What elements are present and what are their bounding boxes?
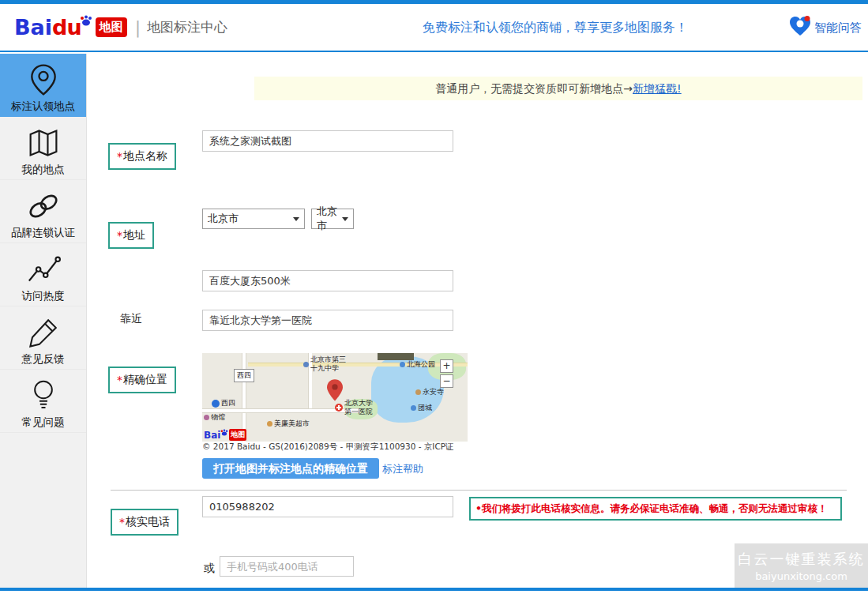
- city-select[interactable]: 北京市: [311, 209, 354, 229]
- required-mark: *: [117, 229, 122, 242]
- watermark-title: 白云一键重装系统: [735, 550, 868, 569]
- sidebar-item-brand-chain[interactable]: 品牌连锁认证: [0, 180, 86, 243]
- bottom-border: [0, 588, 868, 591]
- street-address-input[interactable]: [202, 270, 453, 291]
- baidu-map-logo[interactable]: Bai du 地图 | 地图标注中心: [14, 15, 227, 39]
- required-mark: *: [119, 516, 125, 528]
- paw-icon: [80, 14, 92, 29]
- notice-text: 普通用户，无需提交资质即可新增地点→: [435, 82, 633, 95]
- sidebar-item-label: 品牌连锁认证: [0, 226, 86, 240]
- sidebar-item-my-places[interactable]: 我的地点: [0, 117, 86, 180]
- sidebar-item-label: 意见反馈: [0, 352, 86, 367]
- page: Bai du 地图 | 地图标注中心 免费标注和认领您的商铺，尊享更多地图服务！…: [0, 0, 868, 594]
- map-zoom-control: + −: [440, 359, 453, 389]
- required-mark: *: [117, 150, 122, 163]
- sidebar-item-label: 标注认领地点: [0, 100, 86, 114]
- add-place-link[interactable]: 新增猛戳!: [633, 82, 682, 95]
- precise-location-label: 精确位置: [123, 373, 167, 387]
- metro-station-icon: [212, 400, 220, 408]
- pencil-icon: [0, 314, 86, 351]
- sidebar-item-annotate-claim[interactable]: 标注认领地点: [0, 54, 86, 117]
- lightbulb-icon: [0, 378, 86, 414]
- museum-poi-icon: [204, 415, 209, 420]
- city-selected-value: 北京市: [317, 205, 337, 233]
- sidebar-item-faq[interactable]: 常见问题: [0, 370, 86, 433]
- zoom-out-button[interactable]: −: [440, 374, 453, 388]
- map-label-museum: 物馆: [204, 413, 225, 422]
- map-copyright: © 2017 Baidu - GS(2016)2089号 - 甲测资字11009…: [202, 442, 468, 455]
- required-mark: *: [117, 374, 122, 386]
- verify-phone-input[interactable]: [202, 496, 453, 517]
- map-preview[interactable]: 西四 北京市第三十九中学 北海公园 + − 永安寺 团城 北京大学第一医院: [202, 353, 468, 442]
- poi-icon: [411, 405, 416, 411]
- sidebar-item-label: 常见问题: [0, 415, 86, 430]
- hospital-cross-icon: [335, 404, 343, 412]
- verify-phone-label: 核实电话: [126, 515, 170, 529]
- map-label-yongan-temple: 永安寺: [415, 388, 444, 397]
- logo-divider: |: [135, 17, 141, 37]
- folded-map-icon: [0, 125, 86, 161]
- heart-qa-icon: [788, 15, 814, 40]
- verify-phone-label-box: * 核实电话: [111, 509, 178, 536]
- map-label-tuancheng: 团城: [411, 404, 432, 412]
- map-label-xisi-metro: 西四: [212, 399, 235, 408]
- phone-warning-text: •我们将拨打此电话核实信息。请务必保证电话准确、畅通，否则无法通过审核！: [469, 497, 842, 521]
- place-name-label-box: * 地点名称: [108, 143, 176, 170]
- sidebar-item-label: 我的地点: [0, 163, 86, 177]
- school-poi-icon: [303, 362, 309, 367]
- chain-link-icon: [0, 188, 86, 224]
- park-poi-icon: [400, 362, 405, 367]
- chevron-down-icon: [342, 217, 348, 221]
- watermark-url: baiyunxitong.com: [735, 570, 868, 582]
- address-label-box: * 地址: [108, 222, 154, 249]
- place-name-input[interactable]: [202, 130, 453, 152]
- precise-location-label-box: * 精确位置: [108, 367, 176, 393]
- sidebar: 标注认领地点 我的地点 品牌连锁认证 访问热度 意见反馈: [0, 54, 87, 588]
- logo-text-du: du: [52, 15, 81, 39]
- site-title: 地图标注中心: [147, 18, 227, 36]
- map-street-label-shape: [378, 353, 414, 360]
- province-select[interactable]: 北京市: [202, 209, 305, 229]
- map-baidu-logo: Bai 地图: [204, 429, 246, 441]
- watermark: 白云一键重装系统 baiyunxitong.com: [735, 543, 868, 589]
- map-label-hospital: 北京大学第一医院: [335, 399, 373, 416]
- place-name-label: 地点名称: [123, 149, 167, 164]
- sidebar-item-label: 访问热度: [0, 289, 86, 303]
- map-badge: 地图: [96, 17, 127, 37]
- logo-text-bai: Bai: [14, 15, 52, 39]
- sidebar-item-visit-heat[interactable]: 访问热度: [0, 243, 86, 306]
- shop-poi-icon: [267, 421, 272, 427]
- address-label: 地址: [123, 228, 145, 242]
- zoom-in-button[interactable]: +: [440, 359, 453, 373]
- alt-phone-input[interactable]: [220, 556, 354, 577]
- map-label-beihai-park: 北海公园: [400, 360, 435, 369]
- line-chart-icon: [0, 251, 86, 288]
- chevron-down-icon: [293, 217, 299, 221]
- temple-poi-icon: [415, 389, 421, 395]
- header-promo-text: 免费标注和认领您的商铺，尊享更多地图服务！: [423, 20, 688, 36]
- near-label: 靠近: [120, 312, 142, 326]
- or-label: 或: [204, 562, 215, 576]
- notice-bar: 普通用户，无需提交资质即可新增地点→新增猛戳!: [254, 77, 862, 100]
- sidebar-item-feedback[interactable]: 意见反馈: [0, 306, 86, 370]
- paw-icon: [220, 424, 228, 439]
- map-label-supermarket: 美廉美超市: [267, 419, 310, 428]
- section-divider: [111, 490, 847, 491]
- map-label-xisi-box: 西四: [234, 369, 254, 382]
- smart-qa-label: 智能问答: [814, 21, 862, 36]
- smart-qa-link[interactable]: 智能问答: [788, 15, 862, 40]
- annotation-help-link[interactable]: 标注帮助: [382, 462, 423, 476]
- province-selected-value: 北京市: [208, 212, 239, 226]
- near-input[interactable]: [202, 310, 453, 331]
- map-label-school: 北京市第三十九中学: [303, 355, 346, 373]
- header: Bai du 地图 | 地图标注中心 免费标注和认领您的商铺，尊享更多地图服务！…: [0, 4, 868, 52]
- open-map-button[interactable]: 打开地图并标注地点的精确位置: [202, 458, 379, 479]
- location-pin-icon: [0, 62, 86, 98]
